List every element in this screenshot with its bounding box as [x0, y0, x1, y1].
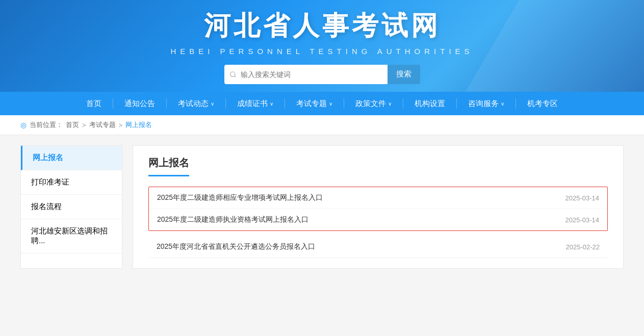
chevron-down-icon: ∨ — [388, 101, 392, 107]
sidebar: 网上报名 打印准考证 报名流程 河北雄安新区选调和招聘... — [20, 145, 122, 269]
site-subtitle: HEBEI PERSONNEL TESTING AUTHORITIES — [170, 47, 473, 56]
nav-item-exam-trends[interactable]: 考试动态 ∨ — [167, 92, 225, 115]
sidebar-item-registration-flow[interactable]: 报名流程 — [21, 195, 122, 219]
chevron-down-icon: ∨ — [211, 101, 214, 107]
chevron-down-icon: ∨ — [270, 101, 273, 107]
nav-item-consult[interactable]: 咨询服务 ∨ — [457, 92, 516, 115]
nav-item-computer-exam[interactable]: 机考专区 — [516, 92, 569, 115]
nav-item-org[interactable]: 机构设置 — [403, 92, 456, 115]
breadcrumb-exam-topic[interactable]: 考试专题 — [89, 120, 116, 130]
list-item[interactable]: 2025年度二级建造师执业资格考试网上报名入口 2025-03-14 — [149, 209, 607, 230]
item-link-2: 2025年度二级建造师执业资格考试网上报名入口 — [157, 215, 308, 224]
breadcrumb-home[interactable]: 首页 — [66, 120, 79, 130]
search-button[interactable]: 搜索 — [388, 65, 420, 84]
search-bar: 搜索 — [224, 65, 420, 84]
content-title: 网上报名 — [148, 156, 189, 176]
list-item[interactable]: 2025年度河北省省直机关公开遴选公务员报名入口 2025-02-22 — [148, 236, 608, 258]
sidebar-item-print-admission[interactable]: 打印准考证 — [21, 170, 122, 195]
nav-item-exam-topic[interactable]: 考试专题 ∨ — [285, 92, 344, 115]
search-input[interactable] — [224, 65, 388, 84]
breadcrumb-current: 网上报名 — [125, 120, 152, 130]
breadcrumb-label: 当前位置： — [30, 120, 63, 130]
item-link-3: 2025年度河北省省直机关公开遴选公务员报名入口 — [157, 242, 315, 251]
nav-item-home[interactable]: 首页 — [75, 92, 113, 115]
nav-item-notice[interactable]: 通知公告 — [113, 92, 166, 115]
chevron-down-icon: ∨ — [501, 101, 504, 107]
content-area: 网上报名 2025年度二级建造师相应专业增项考试网上报名入口 2025-03-1… — [133, 145, 624, 269]
item-date-1: 2025-03-14 — [565, 194, 600, 202]
item-date-2: 2025-03-14 — [565, 216, 600, 224]
nav-item-cert[interactable]: 成绩证书 ∨ — [226, 92, 285, 115]
sidebar-item-xiong-an[interactable]: 河北雄安新区选调和招聘... — [21, 219, 122, 253]
chevron-down-icon: ∨ — [329, 101, 332, 107]
list-item[interactable]: 2025年度二级建造师相应专业增项考试网上报名入口 2025-03-14 — [149, 187, 607, 209]
header-banner: 河北省人事考试网 HEBEI PERSONNEL TESTING AUTHORI… — [0, 0, 644, 92]
site-title: 河北省人事考试网 — [204, 8, 441, 44]
nav-item-policy[interactable]: 政策文件 ∨ — [344, 92, 403, 115]
nav-items: 首页 通知公告 考试动态 ∨ 成绩证书 ∨ 考试专题 ∨ 政策文件 ∨ 机构设置 — [75, 92, 569, 115]
sidebar-item-online-registration[interactable]: 网上报名 — [21, 146, 122, 170]
breadcrumb: ◎ 当前位置： 首页 > 考试专题 > 网上报名 — [0, 115, 644, 135]
nav-bar: 首页 通知公告 考试动态 ∨ 成绩证书 ∨ 考试专题 ∨ 政策文件 ∨ 机构设置 — [0, 92, 644, 115]
breadcrumb-sep: > — [119, 121, 123, 129]
item-link-1: 2025年度二级建造师相应专业增项考试网上报名入口 — [157, 193, 323, 202]
highlighted-list: 2025年度二级建造师相应专业增项考试网上报名入口 2025-03-14 202… — [148, 187, 608, 231]
item-date-3: 2025-02-22 — [566, 243, 600, 251]
location-icon: ◎ — [20, 121, 27, 129]
main-content: 网上报名 打印准考证 报名流程 河北雄安新区选调和招聘... 网上报名 2025… — [0, 145, 644, 269]
breadcrumb-sep: > — [82, 121, 86, 129]
